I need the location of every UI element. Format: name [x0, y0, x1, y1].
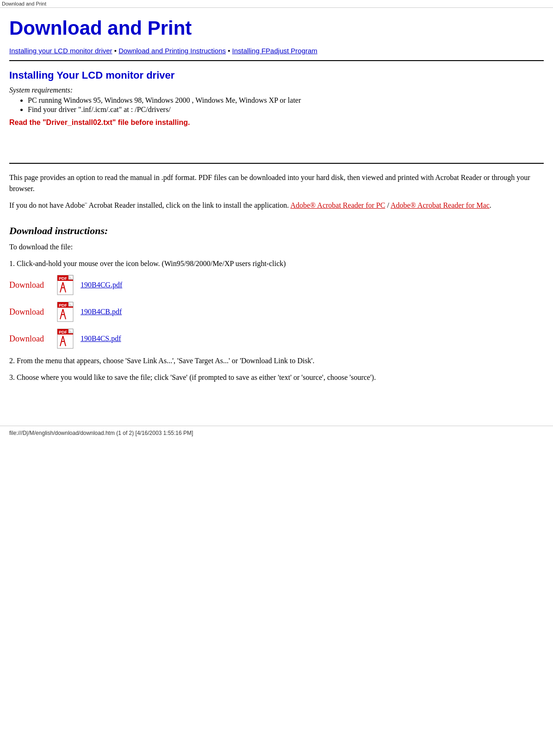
footer-text: file:///D|/M/english/download/download.h…: [9, 430, 193, 436]
svg-text:PDF: PDF: [59, 303, 68, 308]
requirements-list: PC running Windows 95, Windows 98, Windo…: [28, 96, 544, 114]
browser-title-bar: Download and Print: [0, 0, 553, 8]
acrobat-info-end: .: [490, 201, 491, 209]
download-row-3: Download PDF 190B4CS.pdf: [9, 328, 544, 349]
acrobat-info-start: If you do not have Adobe¨ Acrobat Reader…: [9, 201, 290, 209]
list-item: Find your driver ".inf/.icm/.cat" at : /…: [28, 105, 544, 114]
download-section-title: Download instructions:: [9, 225, 544, 237]
download-step3: 3. Choose where you would like to save t…: [9, 372, 544, 383]
divider-2: [9, 163, 544, 164]
svg-text:PDF: PDF: [59, 276, 68, 281]
nav-link-fpadjust[interactable]: Installing FPadjust Program: [232, 47, 317, 55]
spacer: [9, 130, 544, 158]
pdf-intro: This page provides an option to read the…: [9, 172, 544, 194]
nav-separator-1: •: [112, 47, 119, 55]
footer-bar: file:///D|/M/english/download/download.h…: [0, 426, 553, 440]
divider-1: [9, 60, 544, 61]
list-item: PC running Windows 95, Windows 98, Windo…: [28, 96, 544, 105]
nav-separator-2: •: [226, 47, 232, 55]
section1-title: Installing Your LCD monitor driver: [9, 69, 544, 81]
pdf-icon-2: PDF: [56, 302, 77, 322]
nav-link-download-print[interactable]: Download and Printing Instructions: [118, 47, 226, 55]
svg-text:PDF: PDF: [59, 330, 68, 335]
nav-link-lcd-driver[interactable]: Installing your LCD monitor driver: [9, 47, 112, 55]
download-row-1: Download PDF 190B4CG.pdf: [9, 275, 544, 295]
acrobat-separator: /: [385, 201, 391, 209]
pdf-link-1[interactable]: 190B4CG.pdf: [81, 281, 122, 289]
pdf-link-2[interactable]: 190B4CB.pdf: [81, 308, 122, 316]
acrobat-pc-link[interactable]: Adobe® Acrobat Reader for PC: [290, 201, 385, 209]
page-content: Download and Print Installing your LCD m…: [0, 10, 553, 407]
download-step1-detail: 1. Click-and-hold your mouse over the ic…: [9, 258, 544, 269]
page-title: Download and Print: [9, 17, 544, 39]
download-row-2: Download PDF 190B4CB.pdf: [9, 302, 544, 322]
download-step2: 2. From the menu that appears, choose 'S…: [9, 355, 544, 366]
pdf-icon-3: PDF: [56, 328, 77, 349]
download-label-1[interactable]: Download: [9, 280, 51, 290]
download-label-2[interactable]: Download: [9, 307, 51, 317]
warning-text: Read the "Driver_install02.txt" file bef…: [9, 118, 544, 127]
acrobat-info: If you do not have Adobe¨ Acrobat Reader…: [9, 200, 544, 211]
pdf-link-3[interactable]: 190B4CS.pdf: [81, 335, 121, 343]
download-label-3[interactable]: Download: [9, 334, 51, 344]
system-req-label: System requirements:: [9, 86, 544, 94]
download-step1-label: To download the file:: [9, 242, 544, 253]
pdf-icon-1: PDF: [56, 275, 77, 295]
acrobat-mac-link[interactable]: Adobe® Acrobat Reader for Mac: [391, 201, 490, 209]
nav-links: Installing your LCD monitor driver • Dow…: [9, 47, 544, 55]
browser-title-text: Download and Print: [2, 1, 46, 6]
